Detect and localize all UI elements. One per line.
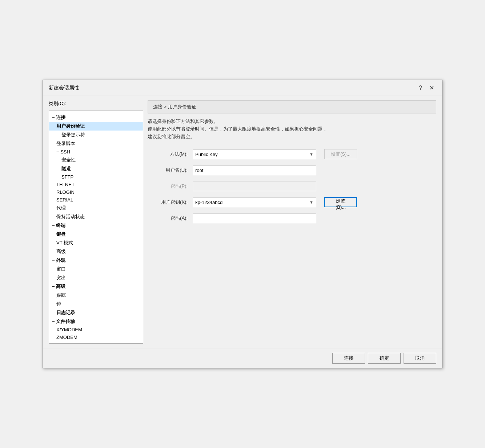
help-button[interactable]: ?	[417, 84, 424, 92]
connect-button[interactable]: 连接	[332, 353, 365, 364]
username-input[interactable]	[193, 165, 316, 175]
tree-item-rlogin[interactable]: RLOGIN	[49, 188, 143, 196]
settings-button[interactable]: 设置(S)...	[324, 149, 357, 159]
dialog-title: 新建会话属性	[49, 85, 79, 91]
method-select-wrapper: PasswordPublic KeyKeyboard InteractiveGS…	[193, 149, 316, 159]
tree-item-clock[interactable]: 钟	[49, 300, 143, 308]
username-label: 用户名(U):	[148, 167, 188, 173]
password-label: 密码(P):	[148, 183, 188, 189]
desc-line3: 建议您将此部分留空。	[148, 133, 436, 141]
tree-item-keepalive[interactable]: 保持活动状态	[49, 212, 143, 221]
tree-item-vt-mode[interactable]: VT 模式	[49, 239, 143, 247]
userkey-label: 用户密钥(K):	[148, 199, 188, 205]
password-input[interactable]	[193, 181, 316, 191]
tree-item-window[interactable]: 窗口	[49, 265, 143, 273]
category-section: 类别(C): − 连接用户身份验证登录提示符登录脚本− SSH安全性隧道SFTP…	[49, 100, 143, 344]
desc-line1: 请选择身份验证方法和其它参数。	[148, 118, 436, 125]
tree-item-xymodem[interactable]: X/YMODEM	[49, 326, 143, 333]
bottom-bar: 连接 确定 取消	[43, 348, 442, 368]
userkey-row: 用户密钥(K): kp-1234abcd ▼ 浏览(B)...	[148, 197, 436, 207]
method-label: 方法(M):	[148, 151, 188, 157]
tree-item-ssh[interactable]: − SSH	[49, 148, 143, 156]
tree-item-protrude[interactable]: 突出	[49, 273, 143, 282]
userkey-select[interactable]: kp-1234abcd	[193, 197, 316, 207]
passphrase-row: 密码(A):	[148, 213, 436, 223]
dialog-body: 类别(C): − 连接用户身份验证登录提示符登录脚本− SSH安全性隧道SFTP…	[43, 96, 442, 348]
tree-item-lian-jie[interactable]: − 连接	[49, 113, 143, 122]
tree-item-file-transfer[interactable]: − 文件传输	[49, 317, 143, 326]
tree-item-terminal[interactable]: − 终端	[49, 221, 143, 230]
dialog: 新建会话属性 ? ✕ 类别(C): − 连接用户身份验证登录提示符登录脚本− S…	[43, 80, 442, 368]
tree-item-proxy[interactable]: 代理	[49, 204, 143, 212]
browse-button[interactable]: 浏览(B)...	[324, 197, 357, 207]
tree-item-zmodem[interactable]: ZMODEM	[49, 333, 143, 341]
userkey-select-wrapper: kp-1234abcd ▼	[193, 197, 316, 207]
ok-button[interactable]: 确定	[368, 353, 401, 364]
tree-item-user-auth[interactable]: 用户身份验证	[49, 122, 143, 131]
desc-line2: 使用此部分以节省登录时间。但是，为了最大限度地提高安全性，如果担心安全问题，	[148, 125, 436, 133]
passphrase-input[interactable]	[193, 213, 316, 223]
tree-item-tunnel[interactable]: 隧道	[49, 164, 143, 173]
content-panel: 连接 > 用户身份验证 请选择身份验证方法和其它参数。 使用此部分以节省登录时间…	[148, 100, 436, 344]
tree-item-advanced[interactable]: 高级	[49, 247, 143, 256]
method-select[interactable]: PasswordPublic KeyKeyboard InteractiveGS…	[193, 149, 316, 159]
tree-item-serial[interactable]: SERIAL	[49, 196, 143, 204]
passphrase-label: 密码(A):	[148, 215, 188, 221]
tree-item-appearance[interactable]: − 外观	[49, 256, 143, 265]
category-tree: − 连接用户身份验证登录提示符登录脚本− SSH安全性隧道SFTPTELNETR…	[49, 111, 143, 344]
tree-item-sftp[interactable]: SFTP	[49, 173, 143, 181]
breadcrumb: 连接 > 用户身份验证	[148, 100, 436, 113]
tree-item-log[interactable]: 日志记录	[49, 308, 143, 317]
password-row: 密码(P):	[148, 181, 436, 191]
close-button[interactable]: ✕	[427, 84, 436, 92]
description: 请选择身份验证方法和其它参数。 使用此部分以节省登录时间。但是，为了最大限度地提…	[148, 118, 436, 140]
tree-item-advanced2[interactable]: − 高级	[49, 282, 143, 291]
tree-item-login-prompt[interactable]: 登录提示符	[49, 131, 143, 139]
title-bar: 新建会话属性 ? ✕	[43, 80, 442, 96]
category-label: 类别(C):	[49, 100, 143, 107]
tree-item-security[interactable]: 安全性	[49, 156, 143, 164]
cancel-button[interactable]: 取消	[404, 353, 436, 364]
tree-item-telnet[interactable]: TELNET	[49, 181, 143, 188]
username-row: 用户名(U):	[148, 165, 436, 175]
method-row: 方法(M): PasswordPublic KeyKeyboard Intera…	[148, 149, 436, 159]
tree-item-keyboard[interactable]: 键盘	[49, 230, 143, 239]
tree-item-trace[interactable]: 跟踪	[49, 291, 143, 300]
title-controls: ? ✕	[417, 84, 436, 92]
tree-item-login-script[interactable]: 登录脚本	[49, 139, 143, 148]
form-area: 方法(M): PasswordPublic KeyKeyboard Intera…	[148, 145, 436, 344]
